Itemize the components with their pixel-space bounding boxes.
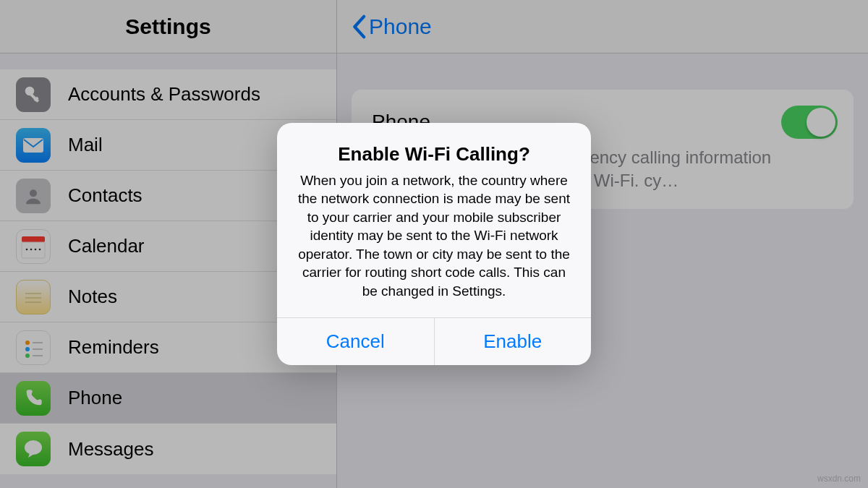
alert-body: When you join a network, the country whe… — [293, 171, 575, 300]
cancel-button[interactable]: Cancel — [277, 318, 434, 365]
enable-button[interactable]: Enable — [434, 318, 592, 365]
enable-wifi-calling-alert: Enable Wi-Fi Calling? When you join a ne… — [277, 123, 591, 365]
alert-title: Enable Wi-Fi Calling? — [293, 143, 575, 166]
modal-scrim: Enable Wi-Fi Calling? When you join a ne… — [0, 0, 868, 488]
